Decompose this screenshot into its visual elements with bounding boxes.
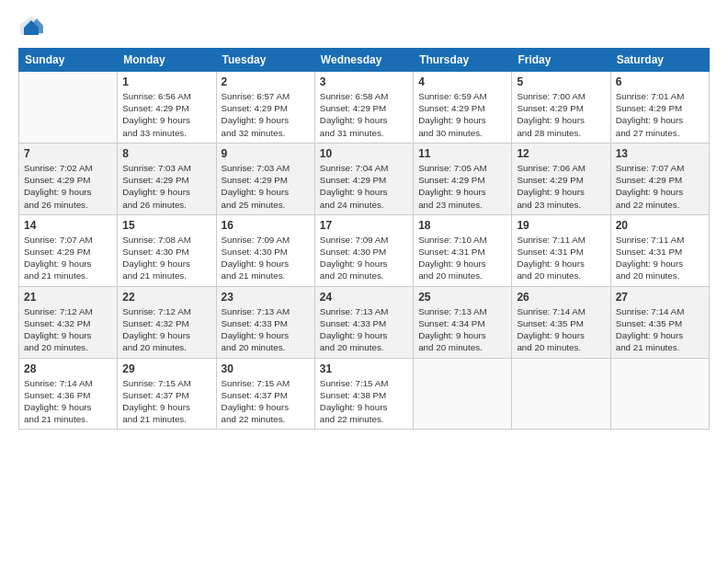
day-number: 3 xyxy=(320,75,408,88)
calendar-header-row: SundayMondayTuesdayWednesdayThursdayFrid… xyxy=(19,49,710,72)
day-info: Sunrise: 7:12 AMSunset: 4:32 PMDaylight:… xyxy=(122,305,210,354)
day-info: Sunrise: 7:04 AMSunset: 4:29 PMDaylight:… xyxy=(320,162,408,211)
calendar-day-cell: 28Sunrise: 7:14 AMSunset: 4:36 PMDayligh… xyxy=(19,358,118,430)
col-header-wednesday: Wednesday xyxy=(314,49,413,72)
calendar-day-cell: 14Sunrise: 7:07 AMSunset: 4:29 PMDayligh… xyxy=(19,214,118,286)
day-number: 20 xyxy=(616,219,704,232)
calendar-week-row: 21Sunrise: 7:12 AMSunset: 4:32 PMDayligh… xyxy=(19,286,710,358)
col-header-tuesday: Tuesday xyxy=(216,49,314,72)
day-number: 23 xyxy=(222,291,310,304)
calendar-day-cell: 30Sunrise: 7:15 AMSunset: 4:37 PMDayligh… xyxy=(216,358,314,430)
day-number: 26 xyxy=(517,291,605,304)
calendar-day-cell: 17Sunrise: 7:09 AMSunset: 4:30 PMDayligh… xyxy=(314,214,413,286)
calendar-week-row: 28Sunrise: 7:14 AMSunset: 4:36 PMDayligh… xyxy=(19,358,710,430)
day-number: 18 xyxy=(418,219,506,232)
day-info: Sunrise: 7:07 AMSunset: 4:29 PMDaylight:… xyxy=(24,234,112,282)
day-number: 29 xyxy=(122,362,210,375)
day-number: 12 xyxy=(517,147,605,160)
day-info: Sunrise: 7:09 AMSunset: 4:30 PMDaylight:… xyxy=(222,234,310,282)
calendar-day-cell: 18Sunrise: 7:10 AMSunset: 4:31 PMDayligh… xyxy=(414,214,512,286)
day-info: Sunrise: 7:15 AMSunset: 4:37 PMDaylight:… xyxy=(122,377,210,426)
day-info: Sunrise: 7:00 AMSunset: 4:29 PMDaylight:… xyxy=(517,90,605,139)
calendar-day-cell: 7Sunrise: 7:02 AMSunset: 4:29 PMDaylight… xyxy=(19,143,118,214)
day-number: 28 xyxy=(24,362,112,375)
logo xyxy=(18,15,48,37)
day-info: Sunrise: 7:13 AMSunset: 4:33 PMDaylight:… xyxy=(320,305,408,354)
day-number: 30 xyxy=(222,362,310,375)
header xyxy=(18,15,710,37)
day-info: Sunrise: 6:59 AMSunset: 4:29 PMDaylight:… xyxy=(418,90,506,139)
day-info: Sunrise: 7:12 AMSunset: 4:32 PMDaylight:… xyxy=(24,305,112,354)
day-info: Sunrise: 7:13 AMSunset: 4:33 PMDaylight:… xyxy=(222,305,310,354)
calendar-day-cell: 15Sunrise: 7:08 AMSunset: 4:30 PMDayligh… xyxy=(118,214,216,286)
logo-icon xyxy=(18,15,44,37)
calendar-day-cell: 8Sunrise: 7:03 AMSunset: 4:29 PMDaylight… xyxy=(118,143,216,214)
day-info: Sunrise: 7:11 AMSunset: 4:31 PMDaylight:… xyxy=(517,234,605,282)
calendar-day-cell: 20Sunrise: 7:11 AMSunset: 4:31 PMDayligh… xyxy=(610,214,709,286)
day-number: 1 xyxy=(122,75,210,88)
day-info: Sunrise: 7:09 AMSunset: 4:30 PMDaylight:… xyxy=(320,234,408,282)
day-number: 11 xyxy=(418,147,506,160)
day-info: Sunrise: 7:06 AMSunset: 4:29 PMDaylight:… xyxy=(517,162,605,211)
day-info: Sunrise: 7:02 AMSunset: 4:29 PMDaylight:… xyxy=(24,162,112,211)
day-number: 21 xyxy=(24,291,112,304)
day-number: 9 xyxy=(222,147,310,160)
page: SundayMondayTuesdayWednesdayThursdayFrid… xyxy=(0,0,728,563)
day-info: Sunrise: 7:14 AMSunset: 4:35 PMDaylight:… xyxy=(616,305,704,354)
calendar-day-cell xyxy=(610,358,709,430)
day-info: Sunrise: 7:07 AMSunset: 4:29 PMDaylight:… xyxy=(616,162,704,211)
calendar-week-row: 1Sunrise: 6:56 AMSunset: 4:29 PMDaylight… xyxy=(19,72,710,144)
day-number: 22 xyxy=(122,291,210,304)
calendar-day-cell: 22Sunrise: 7:12 AMSunset: 4:32 PMDayligh… xyxy=(118,286,216,358)
day-number: 27 xyxy=(616,291,704,304)
calendar-day-cell: 16Sunrise: 7:09 AMSunset: 4:30 PMDayligh… xyxy=(216,214,314,286)
calendar-day-cell: 21Sunrise: 7:12 AMSunset: 4:32 PMDayligh… xyxy=(19,286,118,358)
day-number: 31 xyxy=(320,362,408,375)
day-info: Sunrise: 6:57 AMSunset: 4:29 PMDaylight:… xyxy=(222,90,310,139)
calendar-day-cell: 6Sunrise: 7:01 AMSunset: 4:29 PMDaylight… xyxy=(610,72,709,144)
calendar-day-cell: 31Sunrise: 7:15 AMSunset: 4:38 PMDayligh… xyxy=(314,358,413,430)
day-number: 16 xyxy=(222,219,310,232)
day-number: 8 xyxy=(122,147,210,160)
day-number: 2 xyxy=(222,75,310,88)
day-info: Sunrise: 7:13 AMSunset: 4:34 PMDaylight:… xyxy=(418,305,506,354)
col-header-saturday: Saturday xyxy=(610,49,709,72)
day-number: 24 xyxy=(320,291,408,304)
calendar-day-cell: 12Sunrise: 7:06 AMSunset: 4:29 PMDayligh… xyxy=(512,143,610,214)
day-info: Sunrise: 7:03 AMSunset: 4:29 PMDaylight:… xyxy=(122,162,210,211)
day-info: Sunrise: 7:08 AMSunset: 4:30 PMDaylight:… xyxy=(122,234,210,282)
day-number: 15 xyxy=(122,219,210,232)
day-info: Sunrise: 7:10 AMSunset: 4:31 PMDaylight:… xyxy=(418,234,506,282)
day-info: Sunrise: 6:58 AMSunset: 4:29 PMDaylight:… xyxy=(320,90,408,139)
calendar-day-cell: 5Sunrise: 7:00 AMSunset: 4:29 PMDaylight… xyxy=(512,72,610,144)
calendar-day-cell: 23Sunrise: 7:13 AMSunset: 4:33 PMDayligh… xyxy=(216,286,314,358)
day-number: 7 xyxy=(24,147,112,160)
calendar-day-cell: 26Sunrise: 7:14 AMSunset: 4:35 PMDayligh… xyxy=(512,286,610,358)
calendar-day-cell: 29Sunrise: 7:15 AMSunset: 4:37 PMDayligh… xyxy=(118,358,216,430)
day-number: 13 xyxy=(616,147,704,160)
day-info: Sunrise: 7:15 AMSunset: 4:38 PMDaylight:… xyxy=(320,377,408,426)
day-number: 25 xyxy=(418,291,506,304)
col-header-thursday: Thursday xyxy=(414,49,512,72)
calendar-day-cell: 3Sunrise: 6:58 AMSunset: 4:29 PMDaylight… xyxy=(314,72,413,144)
calendar-day-cell xyxy=(414,358,512,430)
day-info: Sunrise: 7:05 AMSunset: 4:29 PMDaylight:… xyxy=(418,162,506,211)
calendar-day-cell: 10Sunrise: 7:04 AMSunset: 4:29 PMDayligh… xyxy=(314,143,413,214)
calendar-day-cell: 9Sunrise: 7:03 AMSunset: 4:29 PMDaylight… xyxy=(216,143,314,214)
calendar-week-row: 14Sunrise: 7:07 AMSunset: 4:29 PMDayligh… xyxy=(19,214,710,286)
col-header-friday: Friday xyxy=(512,49,610,72)
calendar-day-cell: 2Sunrise: 6:57 AMSunset: 4:29 PMDaylight… xyxy=(216,72,314,144)
calendar-day-cell: 27Sunrise: 7:14 AMSunset: 4:35 PMDayligh… xyxy=(610,286,709,358)
day-info: Sunrise: 6:56 AMSunset: 4:29 PMDaylight:… xyxy=(122,90,210,139)
day-info: Sunrise: 7:03 AMSunset: 4:29 PMDaylight:… xyxy=(222,162,310,211)
calendar-day-cell: 24Sunrise: 7:13 AMSunset: 4:33 PMDayligh… xyxy=(314,286,413,358)
calendar-day-cell xyxy=(19,72,118,144)
calendar-day-cell: 11Sunrise: 7:05 AMSunset: 4:29 PMDayligh… xyxy=(414,143,512,214)
day-number: 10 xyxy=(320,147,408,160)
col-header-monday: Monday xyxy=(118,49,216,72)
calendar-day-cell: 13Sunrise: 7:07 AMSunset: 4:29 PMDayligh… xyxy=(610,143,709,214)
calendar-day-cell: 4Sunrise: 6:59 AMSunset: 4:29 PMDaylight… xyxy=(414,72,512,144)
col-header-sunday: Sunday xyxy=(19,49,118,72)
day-info: Sunrise: 7:01 AMSunset: 4:29 PMDaylight:… xyxy=(616,90,704,139)
day-number: 4 xyxy=(418,75,506,88)
